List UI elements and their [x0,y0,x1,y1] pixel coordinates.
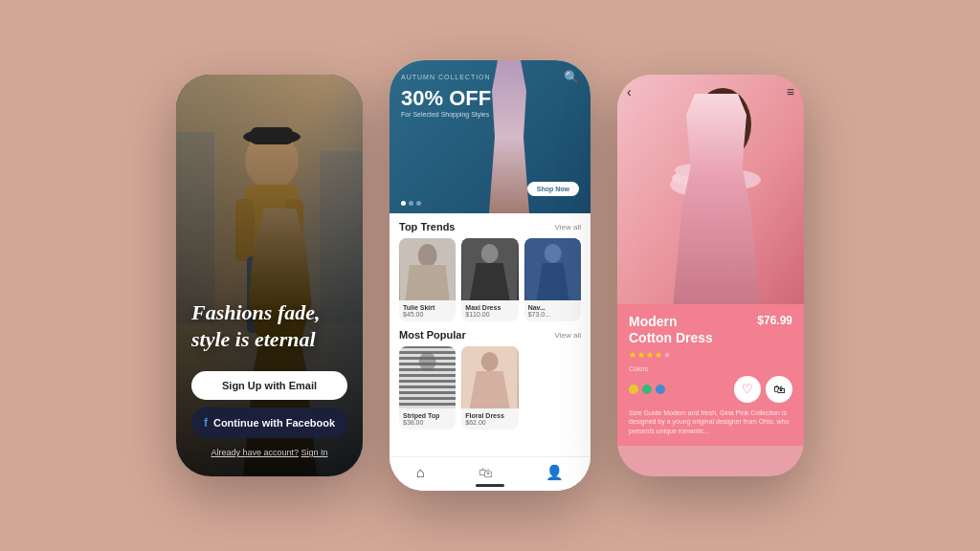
phone-shop: AUTUMN COLLECTION 🔍 30% OFF For Selected… [390,60,590,491]
product-thumb-striped [399,346,456,408]
svg-point-15 [481,244,499,263]
product-detail-price: $76.99 [757,314,792,327]
svg-point-23 [481,352,499,371]
nav-home-icon[interactable]: ⌂ [416,464,425,480]
color-swatches [629,385,665,394]
facebook-icon: f [204,416,208,430]
product-name-navy: Nav... [528,304,577,311]
login-content: Fashions fade, style is eternal Sign Up … [176,75,363,476]
product-name-maxi: Maxi Dress [465,304,514,311]
shop-now-button[interactable]: Shop Now [527,182,579,196]
phone-product-detail: ‹ ≡ ModernCotton Dress $76.99 ★ ★ ★ ★ ★ … [617,75,804,476]
nav-profile-icon[interactable]: 👤 [546,464,564,481]
color-green[interactable] [642,385,652,394]
product-info-skirt: Tulie Skirt $45.00 [399,300,456,321]
most-popular-view-all[interactable]: View all [555,331,581,340]
product-detail-image: ‹ ≡ [617,75,804,304]
most-popular-products: Striped Top $38.00 Floral Dress [399,346,581,430]
top-trends-view-all[interactable]: View all [555,223,581,231]
star-1: ★ [629,350,636,360]
svg-marker-24 [470,371,510,408]
colors-label: Colors [629,365,792,372]
discount-headline: 30% OFF [401,88,579,109]
product-action-buttons: ♡ 🛍 [734,376,792,403]
already-account-text: Already have account? Sign In [191,448,347,457]
continue-facebook-label: Continue with Facebook [213,417,335,429]
color-yellow[interactable] [629,385,638,394]
product-price-maxi: $110.00 [465,311,514,318]
product-placeholder [524,346,581,430]
product-thumb-floral [461,346,518,408]
product-price-navy: $73.0... [528,311,577,318]
signup-email-button[interactable]: Sign Up with Email [191,371,347,400]
product-title-row: ModernCotton Dress $76.99 [629,314,792,346]
top-trends-products: Tulie Skirt $45.00 Maxi Dress $ [399,238,581,321]
dot-2 [409,201,413,206]
product-info-floral: Floral Dress $62.00 [461,408,518,430]
continue-facebook-button[interactable]: f Continue with Facebook [191,408,347,438]
banner-top-row: AUTUMN COLLECTION 🔍 [401,70,579,84]
product-detail-info: ModernCotton Dress $76.99 ★ ★ ★ ★ ★ Colo… [617,304,804,446]
signin-link[interactable]: Sign In [301,448,328,457]
most-popular-header: Most Popular View all [399,329,581,341]
colors-actions-row: ♡ 🛍 [629,376,792,403]
product-stars: ★ ★ ★ ★ ★ [629,350,792,360]
star-4: ★ [655,350,662,360]
svg-rect-25 [617,75,804,304]
product-name-skirt: Tulie Skirt [403,304,452,311]
shop-banner: AUTUMN COLLECTION 🔍 30% OFF For Selected… [390,60,590,213]
product-card-skirt[interactable]: Tulie Skirt $45.00 [399,238,456,321]
back-button[interactable]: ‹ [627,84,632,99]
product-card-navy[interactable]: Nav... $73.0... [524,238,581,321]
svg-point-18 [544,244,561,263]
product-price-floral: $62.00 [465,419,514,426]
product-card-floral[interactable]: Floral Dress $62.00 [461,346,518,430]
svg-point-28 [697,96,739,149]
product-name-floral: Floral Dress [465,412,514,419]
product-thumb-skirt [399,238,456,300]
svg-rect-31 [689,180,742,304]
svg-point-33 [675,164,717,177]
svg-marker-13 [406,265,450,300]
svg-point-27 [694,88,751,161]
wishlist-button[interactable]: ♡ [734,376,761,403]
banner-pagination [401,201,421,206]
star-3: ★ [646,350,654,360]
product-info-navy: Nav... $73.0... [524,300,581,321]
collection-label: AUTUMN COLLECTION [401,74,491,80]
bag-icon: 🛍 [773,383,785,396]
most-popular-title: Most Popular [399,329,466,341]
product-card-maxi[interactable]: Maxi Dress $110.00 [461,238,518,321]
product-thumb-navy [524,238,581,300]
color-blue[interactable] [656,385,665,394]
svg-point-21 [419,352,436,371]
svg-point-30 [713,170,761,189]
product-price-striped: $38.00 [403,419,452,426]
svg-point-12 [418,244,437,267]
top-trends-header: Top Trends View all [399,221,581,232]
bottom-nav: ⌂ 🛍 👤 [390,456,590,491]
svg-marker-16 [470,263,510,300]
dot-3 [416,201,421,206]
phones-container: Fashions fade, style is eternal Sign Up … [0,0,980,551]
add-to-cart-button[interactable]: 🛍 [766,376,792,403]
shop-body: Top Trends View all Tulie Skirt $45.00 [390,213,590,445]
login-tagline: Fashions fade, style is eternal [191,299,347,352]
product-price-skirt: $45.00 [403,311,452,318]
dot-1 [401,201,406,206]
product-detail-name: ModernCotton Dress [629,314,753,346]
product-thumb-maxi [461,238,518,300]
product-description: Size Guide Modern and fresh, Gina Pink C… [629,408,792,436]
top-trends-title: Top Trends [399,221,455,232]
heart-icon: ♡ [742,382,753,396]
product-info-striped: Striped Top $38.00 [399,408,456,430]
svg-point-26 [691,97,745,158]
menu-button[interactable]: ≡ [787,84,794,99]
star-5: ★ [663,350,671,360]
product-name-striped: Striped Top [403,412,452,419]
product-info-maxi: Maxi Dress $110.00 [461,300,518,321]
search-icon[interactable]: 🔍 [564,70,579,84]
discount-subtitle: For Selected Shopping Styles [401,111,579,118]
nav-shop-icon[interactable]: 🛍 [479,464,493,480]
product-card-striped[interactable]: Striped Top $38.00 [399,346,456,430]
